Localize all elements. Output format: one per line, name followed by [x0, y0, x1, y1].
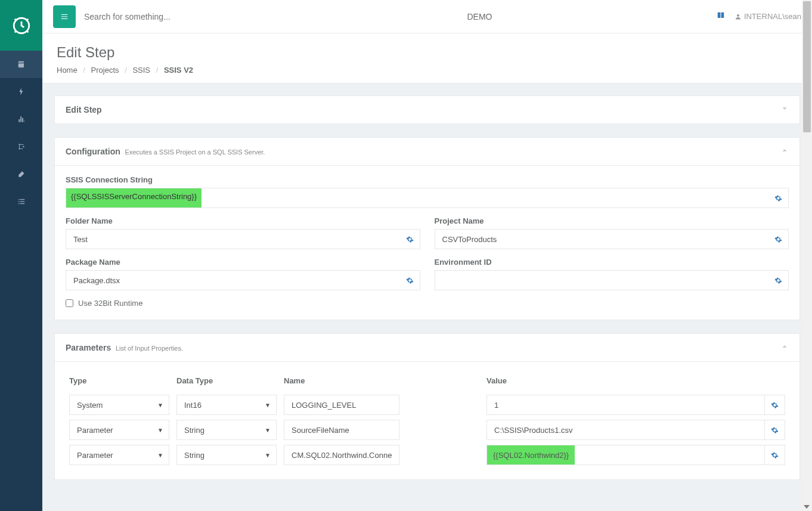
svg-rect-8: [20, 201, 24, 202]
params-table: Type Data Type Name Value System▼Int16▼1…: [66, 371, 789, 467]
input-environment-id[interactable]: [435, 270, 769, 290]
scroll-down-icon: [804, 505, 810, 509]
label-conn-string: SSIS Connection String: [66, 175, 789, 184]
svg-point-3: [18, 148, 20, 149]
gear-param-value[interactable]: [765, 395, 785, 415]
svg-rect-7: [18, 201, 19, 202]
sidebar-item-reports[interactable]: [0, 106, 42, 133]
panel-config-title: Configuration: [66, 147, 120, 156]
breadcrumb-current: SSIS V2: [164, 66, 193, 75]
gear-environment-id[interactable]: [768, 270, 789, 290]
gear-project-name[interactable]: [768, 229, 789, 249]
table-row: System▼Int16▼1: [66, 392, 789, 417]
col-type: Type: [66, 371, 173, 392]
svg-rect-5: [18, 199, 19, 200]
sidebar-item-settings[interactable]: [0, 133, 42, 160]
topbar: DEMO INTERNAL\sean: [42, 0, 812, 33]
panel-params-subtitle: List of Input Properties.: [116, 345, 183, 352]
sidebar-rail: [0, 0, 42, 511]
panel-edit-step-toggle[interactable]: [780, 104, 789, 114]
breadcrumb-projects[interactable]: Projects: [91, 66, 119, 75]
table-row: Parameter▼String▼{{SQL02.Northwind2}}: [66, 442, 789, 467]
sidebar-item-list[interactable]: [0, 188, 42, 215]
input-param-value[interactable]: {{SQL02.Northwind2}}: [486, 445, 765, 465]
input-package-name[interactable]: [66, 270, 400, 290]
table-row: Parameter▼String▼C:\SSIS\Products1.csv: [66, 417, 789, 442]
hamburger-button[interactable]: [53, 5, 76, 28]
panel-edit-step-title: Edit Step: [66, 105, 102, 114]
svg-point-4: [23, 172, 24, 173]
input-conn-string[interactable]: {{SQLSSISServerConnectionString}}: [66, 188, 768, 208]
page-title: Edit Step: [57, 44, 798, 61]
select-param-datatype[interactable]: String: [176, 445, 277, 465]
input-folder-name[interactable]: [66, 229, 400, 249]
sidebar-item-tools[interactable]: [0, 160, 42, 188]
scrollbar-thumb[interactable]: [803, 1, 811, 132]
gear-param-value[interactable]: [765, 445, 785, 465]
environment-label: DEMO: [243, 12, 717, 21]
select-param-type[interactable]: System: [69, 395, 169, 415]
label-package-name: Package Name: [66, 258, 420, 267]
label-use-32bit: Use 32Bit Runtime: [78, 299, 142, 308]
user-label: INTERNAL\sean: [744, 12, 801, 21]
select-param-datatype[interactable]: Int16: [176, 395, 277, 415]
breadcrumb-ssis[interactable]: SSIS: [132, 66, 150, 75]
panel-edit-step: Edit Step: [54, 95, 800, 124]
content-area: Edit Step Configuration Executes a SSIS …: [42, 83, 812, 511]
gear-folder-name[interactable]: [400, 229, 420, 249]
app-logo[interactable]: [0, 0, 42, 51]
input-project-name[interactable]: [435, 229, 769, 249]
select-param-type[interactable]: Parameter: [69, 420, 169, 440]
book-icon[interactable]: [717, 11, 725, 21]
label-environment-id: Environment ID: [435, 258, 789, 267]
token-conn-string: {{SQLSSISServerConnectionString}}: [66, 188, 202, 208]
svg-rect-6: [20, 199, 24, 200]
col-datatype: Data Type: [173, 371, 280, 392]
sidebar-item-activity[interactable]: [0, 78, 42, 106]
input-param-name[interactable]: [284, 445, 399, 465]
search-input[interactable]: [76, 12, 243, 21]
label-folder-name: Folder Name: [66, 216, 420, 225]
svg-point-1: [18, 144, 20, 145]
svg-rect-9: [18, 203, 19, 204]
panel-config-toggle[interactable]: [780, 146, 789, 156]
col-value: Value: [483, 371, 789, 392]
page-header: Edit Step Home / Projects / SSIS / SSIS …: [42, 33, 812, 83]
panel-parameters: Parameters List of Input Properties. Typ…: [54, 333, 800, 480]
svg-point-11: [737, 14, 739, 17]
panel-config-subtitle: Executes a SSIS Project on a SQL SSIS Se…: [125, 148, 265, 156]
breadcrumb: Home / Projects / SSIS / SSIS V2: [57, 66, 798, 75]
svg-point-2: [23, 146, 24, 147]
input-param-value[interactable]: C:\SSIS\Products1.csv: [486, 420, 765, 440]
select-param-datatype[interactable]: String: [176, 420, 277, 440]
input-param-name[interactable]: [284, 395, 399, 415]
panel-params-toggle[interactable]: [780, 342, 789, 352]
label-project-name: Project Name: [435, 216, 789, 225]
main-column: DEMO INTERNAL\sean Edit Step Home / Proj…: [42, 0, 812, 511]
gear-param-value[interactable]: [765, 420, 785, 440]
user-menu[interactable]: INTERNAL\sean: [734, 12, 801, 21]
scrollbar[interactable]: [802, 0, 812, 511]
panel-params-title: Parameters: [66, 343, 111, 352]
checkbox-use-32bit[interactable]: [66, 299, 73, 307]
col-name: Name: [280, 371, 483, 392]
sidebar-item-projects[interactable]: [0, 51, 42, 78]
gear-conn-string[interactable]: [768, 188, 789, 208]
svg-rect-10: [20, 203, 24, 204]
gear-package-name[interactable]: [400, 270, 420, 290]
input-param-value[interactable]: 1: [486, 395, 765, 415]
panel-configuration: Configuration Executes a SSIS Project on…: [54, 137, 800, 320]
select-param-type[interactable]: Parameter: [69, 445, 169, 465]
input-param-name[interactable]: [284, 420, 399, 440]
breadcrumb-home[interactable]: Home: [57, 66, 78, 75]
